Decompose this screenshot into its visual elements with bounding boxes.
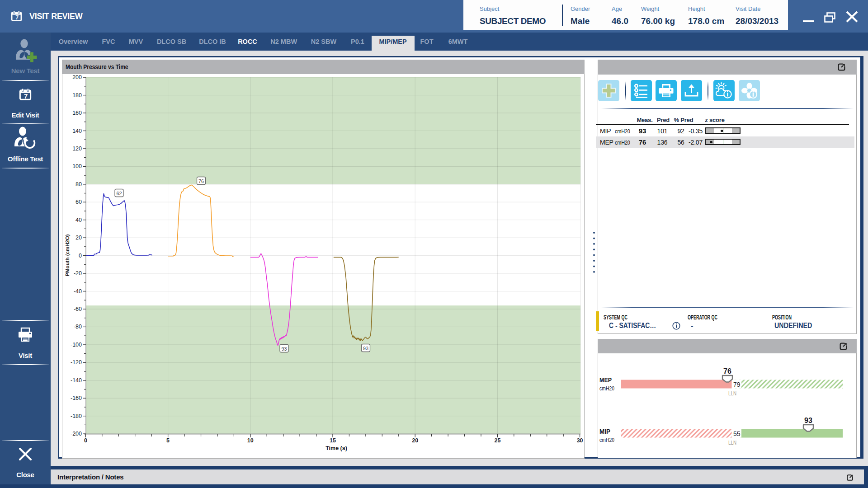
svg-text:55: 55 (733, 430, 741, 437)
svg-text:93: 93 (282, 346, 287, 352)
svg-text:0: 0 (79, 253, 82, 259)
svg-text:62: 62 (117, 191, 122, 196)
svg-text:180: 180 (72, 92, 82, 99)
svg-text:93: 93 (363, 346, 368, 351)
svg-text:7: 7 (15, 14, 19, 21)
svg-text:MIP: MIP (599, 427, 610, 435)
svg-text:200: 200 (72, 74, 82, 80)
svg-text:25: 25 (494, 437, 500, 444)
svg-text:Time (s): Time (s) (326, 445, 347, 451)
svg-text:79: 79 (733, 381, 741, 388)
svg-text:10: 10 (247, 437, 254, 444)
svg-text:120: 120 (72, 145, 82, 152)
svg-text:15: 15 (330, 437, 336, 444)
svg-text:100: 100 (72, 163, 82, 169)
svg-text:-200: -200 (71, 431, 82, 437)
svg-text:LLN: LLN (728, 390, 736, 397)
svg-text:20: 20 (412, 437, 418, 444)
svg-text:80: 80 (75, 181, 82, 188)
svg-text:76: 76 (723, 367, 731, 375)
svg-text:-60: -60 (74, 306, 82, 312)
svg-text:0: 0 (84, 437, 87, 444)
svg-text:PMouth (cmH2O): PMouth (cmH2O) (65, 234, 70, 276)
svg-text:160: 160 (72, 110, 82, 116)
svg-text:-100: -100 (71, 342, 82, 348)
svg-text:-160: -160 (71, 395, 82, 401)
svg-text:76: 76 (198, 178, 204, 184)
svg-text:cmH20: cmH20 (599, 436, 614, 443)
svg-text:cmH20: cmH20 (599, 385, 614, 392)
svg-text:-80: -80 (74, 324, 82, 330)
svg-text:20: 20 (75, 235, 82, 241)
svg-text:MEP: MEP (599, 376, 612, 384)
svg-text:-20: -20 (74, 270, 82, 277)
svg-text:-120: -120 (71, 359, 82, 366)
svg-text:40: 40 (75, 217, 82, 223)
svg-text:30: 30 (577, 437, 583, 444)
svg-text:140: 140 (72, 128, 82, 134)
svg-text:93: 93 (804, 417, 812, 424)
svg-text:5: 5 (166, 437, 170, 444)
svg-text:-180: -180 (71, 413, 82, 419)
svg-text:-140: -140 (71, 377, 82, 384)
svg-text:60: 60 (75, 199, 82, 205)
svg-text:LLN: LLN (728, 439, 736, 446)
svg-text:-40: -40 (74, 288, 82, 295)
svg-text:7: 7 (24, 92, 28, 100)
